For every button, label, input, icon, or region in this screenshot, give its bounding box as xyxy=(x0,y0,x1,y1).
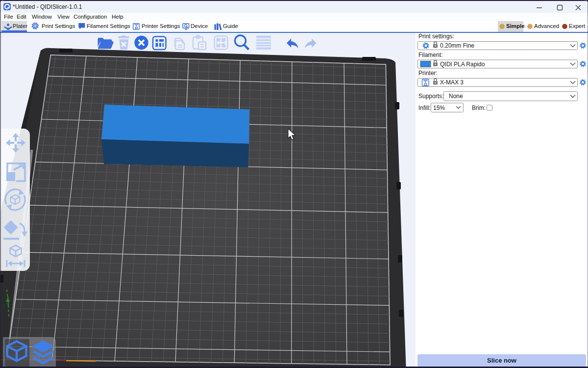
svg-text:Brim:: Brim: xyxy=(472,105,486,111)
svg-text:Filament:: Filament: xyxy=(418,52,442,58)
svg-text:Infill:: Infill: xyxy=(418,105,431,111)
svg-text:QIDI PLA Rapido: QIDI PLA Rapido xyxy=(440,61,485,68)
svg-text:Supports:: Supports: xyxy=(418,93,443,100)
svg-text:15%: 15% xyxy=(433,105,445,111)
svg-text:X-MAX 3: X-MAX 3 xyxy=(440,79,464,86)
svg-text:None: None xyxy=(449,93,463,100)
svg-text:0.20mm Fine: 0.20mm Fine xyxy=(440,42,474,49)
svg-text:Print settings:: Print settings: xyxy=(418,33,454,40)
svg-text:Printer:: Printer: xyxy=(418,70,438,77)
